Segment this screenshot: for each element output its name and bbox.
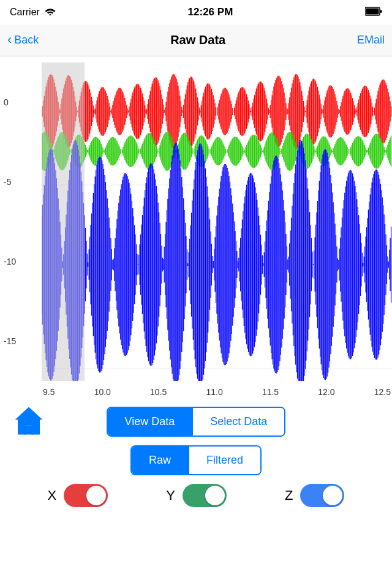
z-toggle-knob [323, 486, 342, 505]
y-toggle-knob [205, 486, 225, 505]
status-time: 12:26 PM [188, 6, 233, 18]
email-button[interactable]: EMail [357, 34, 385, 47]
back-button[interactable]: ‹ Back [7, 34, 39, 47]
green-waveform [42, 132, 391, 171]
z-toggle-group: Z [285, 484, 344, 507]
nav-bar: ‹ Back Raw Data EMail [0, 24, 392, 56]
controls-row2: Raw Filtered [130, 445, 262, 475]
svg-rect-3 [380, 10, 382, 13]
x-label-120: 12.0 [318, 387, 334, 397]
x-label-125: 12.5 [374, 387, 391, 397]
filtered-button[interactable]: Filtered [188, 447, 260, 474]
svg-point-0 [49, 14, 51, 15]
controls-row1: View Data Select Data [0, 407, 392, 437]
svg-rect-2 [366, 8, 379, 14]
y-label-neg5: -5 [4, 177, 16, 187]
y-toggle-group: Y [166, 484, 227, 507]
x-label-100: 10.0 [94, 387, 111, 397]
y-label-0: 0 [4, 97, 16, 107]
back-label: Back [14, 34, 39, 47]
view-data-button[interactable]: View Data [108, 408, 192, 435]
raw-filtered-segmented: Raw Filtered [130, 445, 262, 475]
z-toggle[interactable] [300, 484, 344, 507]
y-toggle[interactable] [183, 484, 227, 507]
x-toggle-knob [86, 486, 106, 505]
page-title: Raw Data [170, 33, 225, 47]
x-label-115: 11.5 [262, 387, 279, 397]
bottom-controls: View Data Select Data Raw Filtered X Y Z [0, 399, 392, 513]
svg-rect-1209 [24, 425, 33, 434]
x-toggle[interactable] [64, 484, 108, 507]
wifi-icon [45, 7, 56, 18]
x-axis-labels: 9.5 10.0 10.5 11.0 11.5 12.0 12.5 [42, 387, 392, 397]
chevron-left-icon: ‹ [7, 33, 12, 47]
home-button[interactable] [12, 404, 45, 440]
x-label-95: 9.5 [43, 387, 55, 397]
battery-icon [365, 7, 382, 18]
y-label-neg10: -10 [4, 257, 16, 266]
x-label-105: 10.5 [150, 387, 167, 397]
x-toggle-group: X [48, 484, 108, 507]
carrier-label: Carrier [10, 7, 40, 18]
controls-row3: X Y Z [0, 484, 392, 507]
status-bar: Carrier 12:26 PM [0, 0, 392, 24]
raw-button[interactable]: Raw [132, 447, 188, 474]
z-toggle-label: Z [285, 488, 293, 503]
chart-area: 0 -5 -10 -15 9.5 10.0 10.5 11.0 11.5 12.… [0, 56, 392, 399]
select-data-button[interactable]: Select Data [192, 408, 284, 435]
view-select-segmented: View Data Select Data [107, 407, 286, 437]
blue-waveform [42, 140, 391, 381]
chart-svg [42, 62, 392, 381]
y-axis-labels: 0 -5 -10 -15 [4, 62, 16, 381]
y-label-neg15: -15 [4, 336, 16, 346]
y-toggle-label: Y [166, 488, 175, 503]
x-label-110: 11.0 [206, 387, 222, 397]
x-toggle-label: X [48, 488, 57, 503]
